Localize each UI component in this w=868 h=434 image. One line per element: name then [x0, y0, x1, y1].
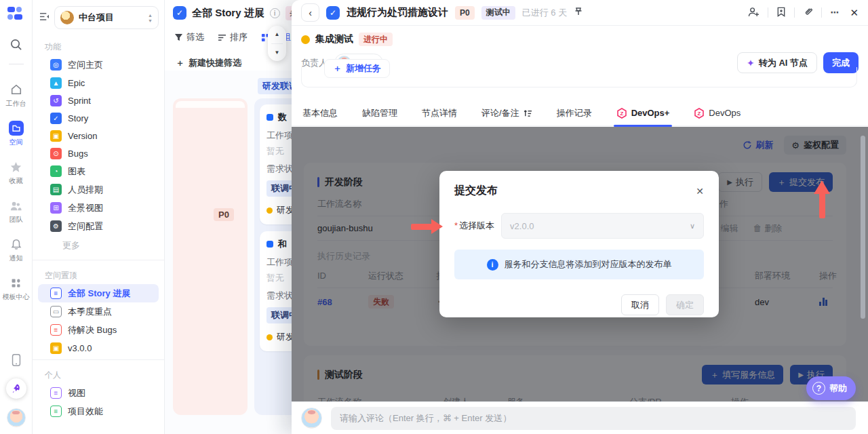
card-bullet-icon	[267, 241, 273, 248]
confirm-button[interactable]: 确定	[666, 294, 704, 315]
comment-input[interactable]	[331, 407, 856, 430]
sidebar-item-space-config[interactable]: ⚙空间配置	[38, 217, 159, 235]
kanban-column-pink[interactable]: P0	[173, 98, 248, 415]
rail-item-space[interactable]: 空间	[9, 121, 24, 147]
rail-label: 收藏	[9, 176, 23, 186]
annotation-arrow-up-icon	[814, 180, 831, 220]
view-list-icon: ≡	[50, 406, 62, 417]
schedule-icon: ▤	[50, 184, 62, 195]
project-caret-icon: ▲▼	[148, 13, 153, 23]
project-avatar	[60, 11, 74, 24]
info-banner: i 服务和分支信息将添加到对应版本的发布单	[454, 250, 704, 279]
app-logo-icon[interactable]	[7, 7, 25, 22]
section-label-pinned: 空间置顶	[33, 263, 164, 284]
project-selector[interactable]: 中台项目 ▲▼	[54, 6, 159, 29]
sidebar-item-pending-bugs[interactable]: ≡待解决 Bugs	[38, 321, 159, 339]
tab-defect-management[interactable]: 缺陷管理	[362, 100, 397, 126]
sidebar-item-v300[interactable]: ▣v3.0.0	[38, 339, 159, 357]
folder-icon	[9, 121, 24, 136]
sidebar-item-views[interactable]: ≡视图	[38, 384, 159, 402]
rail-item-team[interactable]: 团队	[9, 198, 24, 224]
gear-icon: ⚙	[50, 220, 62, 232]
close-panel-icon[interactable]: ✕	[850, 7, 859, 19]
version-icon: ▣	[50, 130, 62, 142]
sidebar-item-all-story-progress[interactable]: ≡全部 Story 进展	[38, 284, 159, 302]
sidebar-item-story[interactable]: ✓Story	[38, 109, 159, 127]
devops-icon: Z	[616, 108, 627, 119]
collapse-sidebar-icon[interactable]	[39, 12, 50, 23]
duration-label: 已进行 6 天	[522, 7, 567, 19]
info-icon[interactable]: i	[270, 8, 280, 18]
sidebar-item-panorama[interactable]: ⊞全景视图	[38, 199, 159, 217]
project-name: 中台项目	[79, 12, 143, 24]
sidebar-more[interactable]: 更多	[33, 235, 164, 257]
rail-divider	[9, 64, 24, 64]
bug-icon: ⊙	[50, 148, 62, 159]
project-sidebar: 中台项目 ▲▼ 功能 ◎空间主页 ▲Epic ↺Sprint ✓Story ▣V…	[33, 0, 165, 434]
sidebar-item-epic[interactable]: ▲Epic	[38, 74, 159, 92]
sidebar-item-sprint[interactable]: ↺Sprint	[38, 92, 159, 109]
devops-icon: Z	[694, 108, 705, 119]
tab-activity-log[interactable]: 操作记录	[557, 100, 592, 126]
search-icon[interactable]	[9, 38, 22, 53]
view-list-icon: ≡	[50, 324, 62, 336]
app-rail: 工作台 空间 收藏 团队 通知 模板中心	[0, 0, 33, 434]
divider	[33, 260, 164, 260]
grid-icon	[9, 275, 24, 290]
add-task-button[interactable]: ＋新增任务	[324, 59, 390, 78]
rocket-icon[interactable]	[6, 378, 26, 399]
scrollbar-thumb[interactable]	[861, 136, 865, 319]
scroll-up-button[interactable]: ▲	[268, 26, 286, 43]
star-icon	[9, 159, 24, 174]
more-icon[interactable]: ⋯	[830, 7, 839, 18]
submit-release-modal: 提交发布 ✕ *选择版本 v2.0.0 ∨ i 服务和分支信息将添加到对应版本的…	[439, 171, 719, 317]
link-icon[interactable]	[803, 7, 813, 19]
sidebar-item-charts[interactable]: ◔图表	[38, 162, 159, 180]
story-check-icon: ✓	[326, 6, 340, 20]
rail-item-favorites[interactable]: 收藏	[9, 159, 24, 186]
version-select[interactable]: v2.0.0 ∨	[501, 213, 704, 239]
sprint-icon: ↺	[50, 95, 62, 106]
version-field-label: *选择版本	[454, 220, 494, 232]
question-icon: ?	[812, 382, 825, 395]
svg-text:Z: Z	[620, 111, 623, 117]
priority-badge: P0	[214, 208, 234, 221]
sidebar-item-space-home[interactable]: ◎空间主页	[38, 56, 159, 74]
sort-button[interactable]: 排序	[218, 31, 248, 43]
cancel-button[interactable]: 取消	[621, 294, 659, 315]
rail-item-workbench[interactable]: 工作台	[6, 82, 26, 108]
sidebar-item-quarter-focus[interactable]: ▭本季度重点	[38, 302, 159, 321]
back-button[interactable]: ‹	[301, 3, 319, 22]
rail-label: 通知	[9, 254, 23, 263]
tab-devops-plus[interactable]: Z DevOps+	[616, 100, 670, 126]
plus-icon: ＋	[176, 57, 184, 69]
sidebar-item-version[interactable]: ▣Version	[38, 127, 159, 144]
bookmark-add-icon[interactable]	[776, 7, 786, 19]
annotation-arrow-right-icon	[411, 219, 445, 235]
sidebar-item-efficiency[interactable]: ≡项目效能	[38, 402, 159, 420]
version-icon: ▣	[50, 342, 62, 354]
rail-label: 工作台	[6, 99, 26, 108]
mobile-icon[interactable]	[10, 353, 22, 369]
tab-comments[interactable]: 评论/备注	[481, 100, 532, 126]
rail-item-templates[interactable]: 模板中心	[3, 275, 30, 302]
add-member-icon[interactable]	[748, 7, 760, 19]
subtask-list-card: ＋新增任务	[301, 67, 857, 87]
rail-label: 团队	[9, 215, 23, 224]
sidebar-item-schedule[interactable]: ▤人员排期	[38, 180, 159, 199]
modal-close-icon[interactable]: ✕	[696, 186, 704, 197]
rail-item-notifications[interactable]: 通知	[9, 237, 24, 263]
divider	[33, 359, 164, 360]
tab-node-details[interactable]: 节点详情	[422, 100, 457, 126]
priority-badge: P0	[455, 6, 475, 20]
modal-title: 提交发布	[454, 184, 498, 198]
tab-basic-info[interactable]: 基本信息	[302, 100, 338, 126]
filter-button[interactable]: 筛选	[174, 31, 204, 43]
tab-devops[interactable]: Z DevOps	[694, 100, 741, 126]
view-list-icon: ≡	[50, 288, 62, 299]
pin-icon[interactable]	[574, 7, 583, 18]
scroll-down-button[interactable]: ▼	[268, 44, 286, 62]
sidebar-item-bugs[interactable]: ⊙Bugs	[38, 144, 159, 162]
help-button[interactable]: ? 帮助	[806, 376, 856, 400]
user-avatar[interactable]	[7, 408, 26, 427]
